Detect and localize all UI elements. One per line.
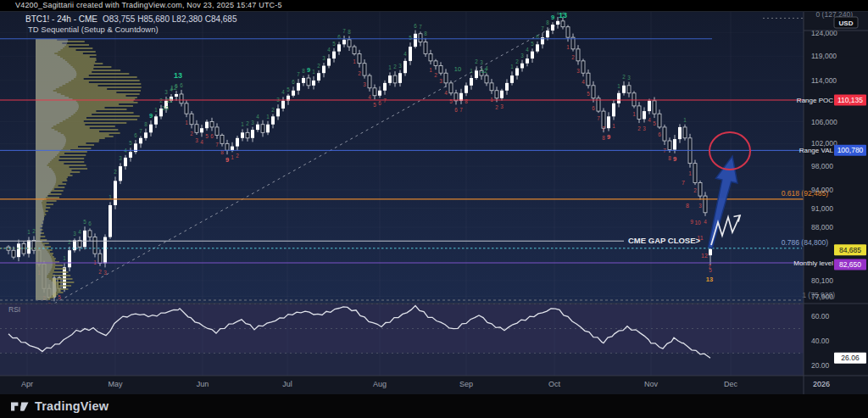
time-tick-label: 2026 <box>813 380 830 388</box>
profile-row <box>36 222 43 224</box>
td-setup-number: 9 <box>607 133 610 141</box>
td-setup-number: 1 <box>63 255 66 261</box>
profile-row <box>36 220 43 222</box>
profile-row <box>36 271 50 273</box>
candle <box>297 83 300 91</box>
indicator-legend[interactable]: TD Sequential (Setup & Countdown) <box>28 25 159 34</box>
profile-row <box>36 258 52 259</box>
time-tick-label: Dec <box>724 380 738 388</box>
td-setup-number: 6 <box>454 107 458 113</box>
candle <box>668 141 671 150</box>
attribution-text: V4200_Sagittarii created with TradingVie… <box>15 1 282 9</box>
profile-row <box>36 276 47 278</box>
candle <box>302 78 305 83</box>
td-setup-number: 9 <box>225 156 229 164</box>
candle <box>190 114 193 125</box>
td-setup-number: 5 <box>531 41 534 47</box>
profile-row <box>36 146 64 148</box>
candle <box>129 152 132 158</box>
profile-row <box>36 156 55 158</box>
td-setup-number: 8 <box>220 149 224 155</box>
td-setup-number: 4 <box>78 229 81 235</box>
td-setup-number: 8 <box>348 29 351 35</box>
profile-row <box>36 244 43 246</box>
candle <box>424 42 427 54</box>
candle <box>709 249 712 255</box>
profile-row <box>36 127 52 129</box>
td-setup-number: 5 <box>287 86 290 92</box>
chart-svg[interactable]: 1212345123456123123456789123456123456789… <box>0 12 868 394</box>
td-setup-number: 1 <box>353 59 356 64</box>
candle <box>500 91 504 98</box>
candle <box>261 125 264 133</box>
range-val-label-value: 100,780 <box>837 146 864 154</box>
candle <box>114 181 117 205</box>
td-setup-number: 1 <box>632 111 636 117</box>
profile-row <box>36 163 48 164</box>
td-setup-number: 3 <box>251 120 254 125</box>
td-setup-number: 8 <box>546 20 549 25</box>
td-countdown-number: 10 <box>694 220 701 226</box>
profile-row <box>36 280 51 281</box>
candle <box>556 21 559 25</box>
td-setup-number: 2 <box>190 131 193 137</box>
time-tick-label: Jun <box>197 380 209 388</box>
price-tick-label: 98,000 <box>811 162 833 170</box>
td-setup-number: 2 <box>32 228 36 234</box>
profile-row <box>36 71 76 73</box>
profile-row <box>36 81 69 83</box>
td-setup-number: 5 <box>332 41 336 47</box>
td-setup-number: 4 <box>581 79 585 85</box>
td-setup-number: 3 <box>398 63 402 69</box>
candle <box>643 111 646 119</box>
profile-row <box>36 234 41 236</box>
profile-row <box>36 86 59 88</box>
time-tick-label: Sep <box>459 380 473 388</box>
td-setup-number: 2 <box>393 64 397 70</box>
tradingview-chart-window: V4200_Sagittarii created with TradingVie… <box>0 0 868 418</box>
profile-row <box>36 202 42 203</box>
price-tick-label: 119,000 <box>811 52 837 60</box>
candle <box>307 78 310 86</box>
profile-row <box>36 125 53 127</box>
profile-row <box>36 214 44 215</box>
td-setup-number: 1 <box>154 107 158 113</box>
td-setup-number: 2 <box>434 72 437 78</box>
profile-row <box>36 215 44 217</box>
td-setup-number: 2 <box>236 153 239 159</box>
profile-row <box>36 59 65 61</box>
profile-row <box>36 190 52 192</box>
price-tick-label: 88,000 <box>811 223 833 231</box>
candle <box>663 127 666 141</box>
profile-row <box>36 166 49 168</box>
profile-row <box>36 180 56 181</box>
tradingview-brand[interactable]: TradingView <box>11 399 108 413</box>
time-tick-label: May <box>108 380 123 388</box>
td-setup-number: 2 <box>571 54 575 60</box>
chart-canvas[interactable]: 1212345123456123123456789123456123456789… <box>0 12 868 394</box>
candle <box>693 164 697 183</box>
td-countdown-number: 12 <box>170 85 177 91</box>
candle <box>409 47 412 61</box>
candle <box>12 250 15 257</box>
td-setup-number: 8 <box>302 68 305 74</box>
profile-row <box>36 93 61 95</box>
candle <box>581 61 585 73</box>
td-setup-number: 8 <box>424 31 427 36</box>
td-setup-number: 4 <box>403 51 407 57</box>
td-setup-number: 1 <box>27 229 31 235</box>
candle <box>337 44 341 51</box>
td-setup-number: 6 <box>88 220 92 226</box>
candle <box>108 205 112 237</box>
candle <box>444 73 448 83</box>
profile-row <box>36 237 40 239</box>
profile-row <box>36 292 55 293</box>
profile-row <box>36 76 75 78</box>
candle <box>139 138 142 144</box>
candle <box>704 196 707 213</box>
candle <box>363 64 366 75</box>
td-countdown-number: 12 <box>701 253 708 259</box>
profile-row <box>36 249 47 251</box>
td-setup-number: 3 <box>439 78 442 84</box>
symbol-legend[interactable]: BTC1! - 24h - CMEO83,755 H85,680 L82,380… <box>25 14 237 24</box>
